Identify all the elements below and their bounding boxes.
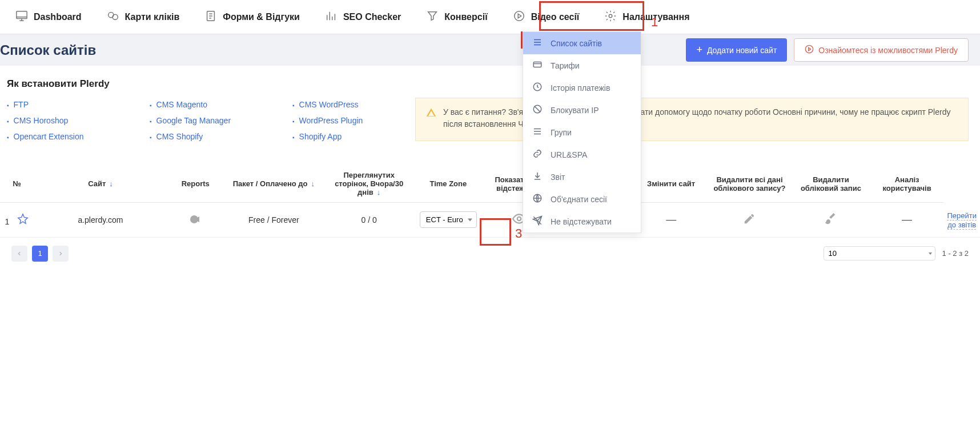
dropdown-item-tariffs[interactable]: Тарифи [523,54,641,77]
sort-icon: ↓ [109,179,113,188]
dropdown-item-history[interactable]: Історія платежів [523,77,641,99]
reports-icon[interactable] [187,211,203,227]
settings-dropdown: Список сайтів Тарифи Історія платежів Бл… [523,31,641,233]
nav-label: Налаштування [622,12,689,22]
sort-icon: ↓ [311,179,315,188]
col-pages[interactable]: Переглянутих сторінок, Вчора/30 днів↓ [324,165,414,203]
cell-site[interactable]: a.plerdy.com [34,203,167,238]
install-links: FTP CMS Horoshop Opencart Extension CMS … [7,100,407,141]
page-title: Список сайтів [0,42,96,58]
table-row: 1 a.plerdy.com Free / Forever 0 / 0 [0,203,980,238]
col-delete-acc[interactable]: Видалити обліковий запис [792,165,870,203]
dropdown-item-no-track[interactable]: Не відстежувати [523,210,641,232]
nav-label: Карти кліків [125,12,180,22]
nav-conversions[interactable]: Конверсії [413,0,500,34]
dropdown-item-groups[interactable]: Групи [523,121,641,143]
col-tz[interactable]: Time Zone [414,165,483,203]
button-label: Ознайомтеся із можливостями Plerdy [818,46,958,55]
nav-label: SEO Checker [343,12,401,22]
list-icon [532,37,543,49]
col-num[interactable]: № [0,165,34,203]
install-link[interactable]: CMS WordPress [292,100,412,109]
gear-icon [604,10,617,25]
pager-right: 1 - 2 з 2 [824,246,969,260]
install-link[interactable]: Shopify App [292,132,412,141]
nav-settings[interactable]: Налаштування [592,0,702,34]
svg-point-5 [609,14,613,18]
svg-point-14 [517,217,521,221]
svg-point-10 [806,45,813,53]
col-site[interactable]: Сайт↓ [34,165,167,203]
download-icon [532,171,543,183]
features-button[interactable]: Ознайомтеся із можливостями Plerdy [794,38,969,62]
page-next-button[interactable] [53,246,69,262]
cell-pages: 0 / 0 [324,203,414,238]
dropdown-item-block-ip[interactable]: Блокувати IP [523,99,641,121]
funnel-icon [426,10,439,25]
forms-icon [204,10,217,25]
tz-select-wrap[interactable] [420,211,477,228]
nav-label: Відео сесії [531,12,580,22]
click-maps-icon [107,10,119,25]
button-label: Додати новий сайт [707,46,777,55]
install-link[interactable]: CMS Magento [150,100,270,109]
groups-icon [532,126,543,138]
top-nav: Dashboard Карти кліків Форми & Відгуки S… [0,0,980,34]
col-reports[interactable]: Reports [167,165,223,203]
page-size-wrap[interactable] [824,246,935,260]
tz-select[interactable] [420,211,477,228]
add-site-button[interactable]: + Додати новий сайт [686,38,787,62]
globe-icon [532,193,543,205]
nav-label: Форми & Відгуки [223,12,300,22]
svg-point-2 [113,14,118,19]
nav-forms[interactable]: Форми & Відгуки [192,0,312,34]
dropdown-item-sites[interactable]: Список сайтів [523,32,641,54]
install-link[interactable]: FTP [7,100,127,109]
page-size-select[interactable] [824,246,935,260]
nav-video[interactable]: Відео сесії [500,0,592,34]
col-change[interactable]: Змінити сайт [634,165,707,203]
report-link[interactable]: Перейти до звітів [947,211,977,230]
nav-click-maps[interactable]: Карти кліків [94,0,192,34]
dropdown-label: URL&SPA [551,150,587,159]
install-link[interactable]: CMS Shopify [150,132,270,141]
svg-point-4 [514,11,524,21]
play-icon [805,45,814,55]
svg-rect-12 [431,114,432,115]
pagination-row: 1 1 - 2 з 2 [0,238,980,270]
nav-dashboard[interactable]: Dashboard [3,0,94,34]
brush-icon[interactable] [825,218,837,227]
page-number-button[interactable]: 1 [32,246,48,262]
install-link[interactable]: Opencart Extension [7,132,127,141]
install-left: Як встановити Plerdy FTP CMS Horoshop Op… [7,78,407,141]
install-link[interactable]: CMS Horoshop [7,116,127,125]
header-bar: Список сайтів + Додати новий сайт Ознайо… [0,34,980,66]
col-delete-data[interactable]: Видалити всі дані облікового запису? [708,165,792,203]
nav-seo[interactable]: SEO Checker [312,0,413,34]
col-analysis[interactable]: Аналіз користувачів [870,165,944,203]
install-link[interactable]: Google Tag Manager [150,116,270,125]
edit-icon[interactable] [743,218,756,227]
video-icon [513,10,525,25]
page-prev-button[interactable] [11,246,27,262]
history-icon [532,82,543,94]
svg-rect-6 [533,62,541,67]
col-package[interactable]: Пакет / Оплачено до↓ [223,165,324,203]
row-num: 1 [5,217,10,226]
dropdown-label: Блокувати IP [551,106,599,115]
sites-table-wrap: № Сайт↓ Reports Пакет / Оплачено до↓ Пер… [0,165,980,238]
card-icon [532,59,543,71]
notice-text: У вас є питання? Зв'яжіться з нами в чат… [443,106,958,130]
notice-box: У вас є питання? Зв'яжіться з нами в чат… [415,98,969,141]
dropdown-label: Не відстежувати [551,217,612,226]
sites-table: № Сайт↓ Reports Пакет / Оплачено до↓ Пер… [0,165,980,238]
dropdown-item-report[interactable]: Звіт [523,166,641,188]
dropdown-label: Звіт [551,173,565,182]
star-icon[interactable] [17,217,29,226]
install-link[interactable]: WordPress Plugin [292,116,412,125]
install-title: Як встановити Plerdy [7,78,407,90]
seo-icon [325,10,338,25]
dropdown-item-url-spa[interactable]: URL&SPA [523,143,641,166]
cell-package: Free / Forever [223,203,324,238]
dropdown-item-merge[interactable]: Об'єднати сесії [523,188,641,210]
